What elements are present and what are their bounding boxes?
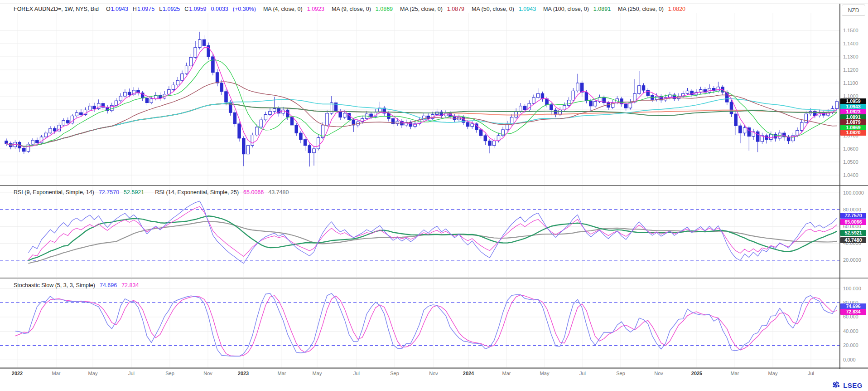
price-axis-tick: 1.0400 [843, 172, 858, 178]
time-axis-label: Sep [616, 371, 625, 376]
time-axis-label: 2022 [12, 371, 23, 376]
stoch-axis-tick: 20.000 [843, 342, 858, 348]
price-axis-tick: 1.1500 [843, 28, 858, 34]
stoch-legend[interactable]: Stochastic Slow (5, 3, 3, Simple) 74.696… [14, 282, 139, 288]
rsi-value-4: 43.7480 [268, 189, 289, 196]
price-axis-tick: 1.0600 [843, 146, 858, 152]
time-axis-label: Jul [808, 371, 814, 376]
time-axis-label: May [88, 371, 98, 376]
time-axis-label: Jul [579, 371, 586, 376]
pane-separator-main-rsi[interactable] [0, 185, 868, 186]
rsi-value-1: 72.7570 [99, 189, 119, 196]
rsi-legend[interactable]: RSI (9, Exponential, Simple, 14) 72.7570… [14, 189, 289, 196]
price-axis-tick: 1.1300 [843, 54, 858, 60]
time-axis-label: Nov [429, 371, 438, 376]
time-axis-label: Nov [654, 371, 663, 376]
time-axis-label: May [313, 371, 322, 376]
lseg-logo: LSEG [832, 381, 863, 390]
stoch-badge: 72.834 [840, 309, 866, 315]
chart-window: FOREX AUDNZD=, 1W, NYS, Bid O1.0943 H1.0… [0, 0, 868, 391]
stoch-axis-tick: 40.000 [843, 328, 858, 334]
rsi-badge: 72.7570 [840, 213, 866, 219]
rsi-badge: 65.0066 [840, 219, 866, 225]
price-axis-tick: 1.1100 [843, 80, 858, 86]
lseg-wordmark: LSEG [843, 381, 863, 389]
time-axis-label: Nov [203, 371, 212, 376]
rsi-value-3: 65.0066 [243, 189, 264, 196]
rsi-badge: 43.7480 [840, 237, 866, 243]
stoch-axis-tick: 60.000 [843, 314, 858, 320]
rsi-axis-tick: 20.0000 [843, 257, 861, 263]
rsi-axis-tick: 80.0000 [843, 207, 861, 213]
time-axis-label: 2024 [463, 371, 474, 376]
pane-separator-rsi-stoch[interactable] [0, 278, 868, 279]
stoch-value-d: 72.834 [121, 282, 139, 288]
stoch-axis-tick: 100.000 [843, 286, 861, 292]
time-axis-label: Mar [278, 371, 286, 376]
time-axis-label: Mar [52, 371, 61, 376]
time-axis-label: May [540, 371, 550, 376]
price-axis-tick: 1.0500 [843, 159, 858, 165]
stoch-value-k: 74.696 [100, 282, 117, 288]
time-axis-label: Sep [165, 371, 174, 376]
lseg-glyph-icon [832, 381, 841, 390]
rsi-value-2: 52.5921 [124, 189, 144, 196]
time-axis-label: Jul [128, 371, 135, 376]
chart-canvas[interactable] [0, 0, 868, 391]
stoch-axis-tick: 0.000 [843, 357, 856, 363]
rsi-legend-label-1: RSI (9, Exponential, Simple, 14) [14, 189, 94, 196]
price-axis-tick: 1.1200 [843, 67, 858, 73]
time-axis-label: Jul [353, 371, 360, 376]
time-axis-line [0, 367, 868, 369]
stoch-legend-label: Stochastic Slow (5, 3, 3, Simple) [14, 282, 95, 288]
rsi-axis-tick: 100.0000 [843, 190, 864, 196]
time-axis-label: Mar [502, 371, 511, 376]
time-axis-label: 2023 [238, 371, 249, 376]
time-axis-label: May [768, 371, 778, 376]
price-badge: 1.0820 [840, 130, 866, 136]
price-axis-tick: 1.1400 [843, 41, 858, 47]
rsi-legend-label-2: RSI (14, Exponential, Simple, 25) [155, 189, 239, 196]
time-axis-label: 2025 [691, 371, 702, 376]
time-axis-label: Sep [390, 371, 399, 376]
time-axis-label: Mar [731, 371, 739, 376]
rsi-badge: 52.5921 [840, 230, 866, 236]
